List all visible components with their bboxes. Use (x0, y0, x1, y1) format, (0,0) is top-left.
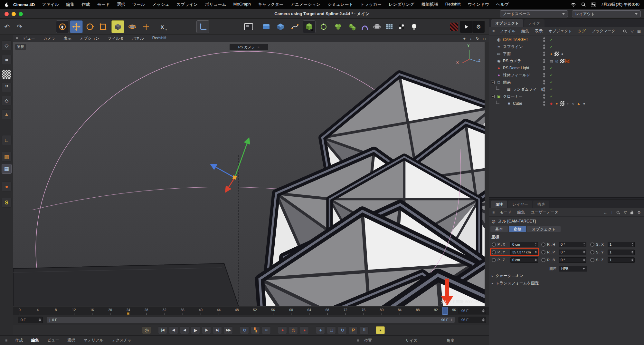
deformers-button[interactable] (358, 20, 371, 33)
keyframe-dot[interactable] (492, 250, 496, 254)
live-selection-button[interactable] (56, 20, 69, 33)
history-back-icon[interactable]: ← (603, 210, 607, 215)
tab-coordinates[interactable]: 座標 (509, 226, 526, 232)
object-name[interactable]: 平面 (503, 51, 511, 57)
gear-icon[interactable]: ⚙ (637, 210, 641, 215)
material-menu-select[interactable]: 選択 (68, 338, 75, 343)
polygons-mode-button[interactable]: ▲ (2, 109, 12, 119)
sz-field[interactable]: 1 (608, 257, 635, 263)
material-menu-edit[interactable]: 編集 (31, 338, 39, 343)
viewport-menu-item[interactable]: Redshift (152, 36, 166, 41)
menubar-item[interactable]: キャラクター (258, 2, 284, 7)
layout-select[interactable]: レイアウト (572, 10, 641, 17)
stepper-arrows[interactable] (533, 259, 537, 261)
object-manager-menu-icon[interactable]: ≡ (492, 29, 495, 34)
visibility-dots[interactable] (543, 52, 545, 56)
visibility-dots[interactable] (543, 87, 545, 92)
go-to-start-button[interactable]: |◀ (158, 326, 167, 334)
wifi-icon[interactable] (571, 3, 576, 7)
minimize-window-button[interactable] (12, 12, 16, 16)
menubar-item[interactable]: ウインドウ (468, 2, 489, 7)
stepper-arrows[interactable] (630, 259, 633, 261)
axis-modify-button[interactable] (140, 20, 153, 33)
tab-structure[interactable]: 構造 (533, 201, 549, 208)
visibility-dots[interactable] (543, 73, 545, 77)
scale-tool-button[interactable] (97, 20, 109, 33)
keyframe-dot[interactable] (590, 250, 594, 254)
filter-icon[interactable]: ▽ (624, 210, 627, 215)
object-name[interactable]: CAM-TARGET (503, 37, 528, 42)
object-row-簡易[interactable]: −□簡易✓ (489, 79, 644, 86)
range-grip-left[interactable]: | (49, 318, 50, 322)
om-menu-objects[interactable]: オブジェクト (548, 28, 572, 34)
stepper-arrows[interactable] (480, 318, 485, 321)
checker-tag-icon[interactable] (554, 52, 559, 56)
order-dropdown[interactable]: HPB (559, 266, 587, 271)
px-field[interactable]: 0 cm (510, 242, 538, 247)
drag-handle-icon[interactable]: ⠿ (258, 45, 260, 49)
menubar-item[interactable]: ファイル (42, 2, 59, 7)
am-menu-userdata[interactable]: ユーザーデータ (531, 210, 558, 215)
menubar-item[interactable]: スプライン (176, 2, 198, 7)
previous-frame-button[interactable]: ◀ (180, 326, 189, 334)
target-red-tag-icon[interactable]: ◎ (565, 59, 570, 63)
autokeying-button[interactable]: ◎ (289, 326, 298, 334)
object-name[interactable]: RS Dome Light (503, 66, 529, 70)
viewport-menu-item[interactable]: ビュー (23, 36, 35, 41)
timeline-playhead[interactable] (442, 307, 448, 315)
menubar-item[interactable]: 作成 (81, 2, 90, 7)
material-menu-material[interactable]: マテリアル (84, 338, 103, 343)
range-start-field[interactable]: 0 F (18, 317, 43, 323)
timeline-ruler[interactable]: 0481216202428323640444852566064687276808… (13, 307, 489, 315)
keyframe-selection-button[interactable]: ● (300, 326, 309, 334)
stepper-arrows[interactable] (630, 251, 633, 253)
generators-button[interactable] (332, 20, 345, 33)
paint-tool-button[interactable]: ● (2, 182, 12, 192)
menubar-item[interactable]: 編集 (66, 2, 74, 7)
app-menu-title[interactable]: Cinema 4D (13, 2, 35, 7)
render-queue-button[interactable] (448, 20, 460, 33)
light-button[interactable] (408, 20, 421, 33)
checker-tag-icon[interactable] (560, 101, 564, 106)
menubar-clock[interactable]: 7月29日(木) 午後0:40 (601, 2, 639, 7)
material-manager-menu-icon[interactable]: ≡ (5, 338, 7, 343)
stepper-arrows[interactable] (37, 318, 41, 321)
circle-blue-tag-icon[interactable]: ◎ (554, 59, 559, 63)
viewport[interactable]: グリッド間隔: 5000 cm 透視 RS カメラ⠿ Y X Z (13, 42, 485, 306)
edit-render-settings-button[interactable]: ⚙ (472, 20, 485, 33)
sx-field[interactable]: 1 (608, 242, 635, 247)
menubar-item[interactable]: Redshift (445, 2, 461, 7)
parent-up-icon[interactable]: ↑ (611, 210, 613, 215)
am-menu-mode[interactable]: モード (500, 210, 512, 215)
check-green-tag-icon[interactable]: ✓ (549, 37, 554, 42)
record-parameter-button[interactable]: P (349, 326, 358, 334)
viewport-menu-item[interactable]: オプション (80, 36, 99, 41)
om-menu-file[interactable]: ファイル (500, 28, 516, 34)
object-row-クローナー[interactable]: −▣クローナー✓ (489, 93, 644, 100)
object-name[interactable]: 簡易 (503, 80, 511, 85)
checker-tag-icon[interactable] (560, 59, 564, 63)
dot-orange-tag-icon[interactable]: ● (554, 101, 559, 106)
primitive-cube-button[interactable] (303, 20, 316, 33)
points-mode-button[interactable]: ⠛ (2, 82, 12, 92)
viewport-menu-item[interactable]: パネル (132, 36, 144, 41)
dot-orange-tag-icon[interactable]: ● (549, 52, 554, 56)
rh-field[interactable]: 0 ° (559, 242, 586, 247)
timeline-ruler-ticks[interactable]: 0481216202428323640444852566064687276808… (13, 307, 455, 315)
pz-field[interactable]: 0 cm (510, 257, 538, 263)
rb-field[interactable]: 0 ° (559, 257, 586, 263)
model-mode-button[interactable]: ■ (2, 55, 12, 65)
object-row-RS Dome Light[interactable]: ●RS Dome Light✓ (489, 64, 644, 72)
object-row-平面[interactable]: ▭平面●● (489, 50, 644, 57)
zoom-view-button[interactable]: ↕ (470, 36, 472, 41)
stepper-arrows[interactable] (533, 251, 537, 253)
camera-name-pill[interactable]: RS カメラ⠿ (230, 44, 268, 50)
object-name[interactable]: ランダムフィールド (513, 87, 545, 92)
menubar-item[interactable]: シミュレート (327, 2, 353, 7)
spline-primitive-button[interactable] (317, 20, 330, 33)
material-menu-view[interactable]: ビュー (47, 338, 59, 343)
make-editable-button[interactable]: ◇ (2, 40, 12, 50)
edges-mode-button[interactable]: ◇ (2, 96, 12, 106)
visibility-dots[interactable] (543, 94, 545, 99)
circle-white-tag-icon[interactable]: ○ (571, 101, 575, 106)
